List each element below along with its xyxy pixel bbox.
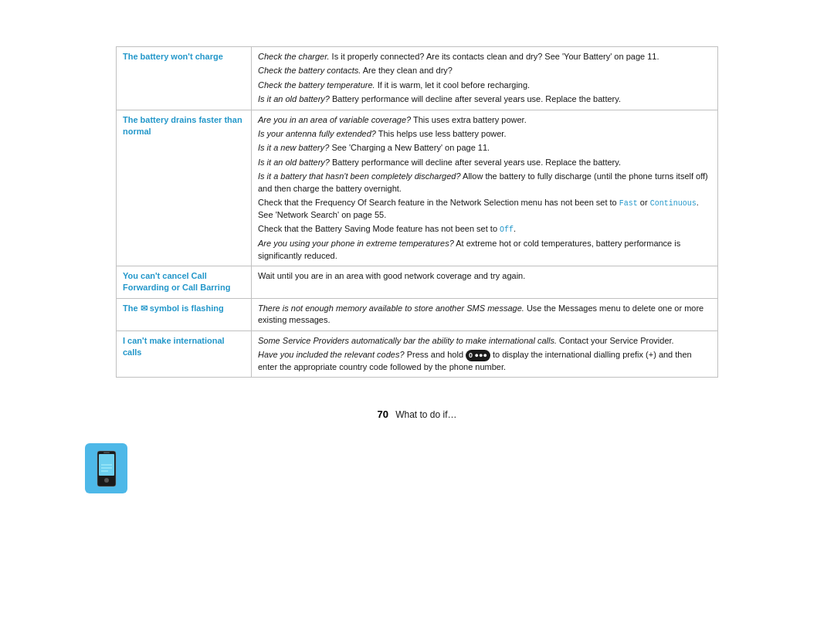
footer-area: 70 What to do if… <box>116 408 718 420</box>
code-continuous: Continuous <box>650 199 697 208</box>
solution-line: Have you included the relevant codes? Pr… <box>258 349 711 373</box>
table-row: The battery drains faster than normal Ar… <box>117 110 718 266</box>
table-row: You can't cancel Call Forwarding or Call… <box>117 266 718 299</box>
phone-icon-box <box>85 443 127 493</box>
problem-label: I can't make international calls <box>123 336 225 357</box>
solution-cell: Wait until you are in an area with good … <box>252 266 718 299</box>
solution-line: Are you in an area of variable coverage?… <box>258 114 711 126</box>
solution-cell: There is not enough memory available to … <box>252 298 718 330</box>
svg-rect-3 <box>103 452 110 453</box>
problem-label: The battery drains faster than normal <box>123 115 242 136</box>
key-button: 0 ●●● <box>466 350 490 361</box>
problem-cell: The battery won't charge <box>117 47 252 110</box>
solution-line: Is it a battery that hasn't been complet… <box>258 171 711 195</box>
problem-label: The ✉ symbol is flashing <box>123 303 224 313</box>
solution-line: Check the charger. Is it properly connec… <box>258 51 711 63</box>
solution-line: Is it an old battery? Battery performanc… <box>258 93 711 105</box>
troubleshoot-table: The battery won't charge Check the charg… <box>116 46 718 378</box>
solution-cell: Check the charger. Is it properly connec… <box>252 47 718 110</box>
footer-text: What to do if… <box>395 409 456 420</box>
code-fast: Fast <box>619 199 638 208</box>
solution-line: Are you using your phone in extreme temp… <box>258 238 711 262</box>
table-row: The battery won't charge Check the charg… <box>117 47 718 110</box>
problem-cell: The battery drains faster than normal <box>117 110 252 266</box>
solution-line: Is it a new battery? See 'Charging a New… <box>258 142 711 154</box>
solution-cell: Some Service Providers automatically bar… <box>252 330 718 377</box>
svg-point-2 <box>104 478 109 483</box>
page-container: The battery won't charge Check the charg… <box>0 0 834 644</box>
solution-cell: Are you in an area of variable coverage?… <box>252 110 718 266</box>
solution-line: Is it an old battery? Battery performanc… <box>258 157 711 168</box>
solution-line: Check that the Frequency Of Search featu… <box>258 197 711 221</box>
main-content: The battery won't charge Check the charg… <box>116 46 718 401</box>
page-number: 70 <box>377 408 388 420</box>
phone-icon <box>94 449 119 488</box>
problem-cell: I can't make international calls <box>117 330 252 377</box>
code-off: Off <box>500 225 514 234</box>
solution-line: Is your antenna fully extended? This hel… <box>258 128 711 140</box>
solution-line: Some Service Providers automatically bar… <box>258 335 711 347</box>
table-row: The ✉ symbol is flashing There is not en… <box>117 298 718 330</box>
table-row: I can't make international calls Some Se… <box>117 330 718 377</box>
solution-line: There is not enough memory available to … <box>258 303 711 327</box>
problem-cell: The ✉ symbol is flashing <box>117 298 252 330</box>
solution-line: Check the battery contacts. Are they cle… <box>258 65 711 76</box>
problem-label: You can't cancel Call Forwarding or Call… <box>123 271 230 292</box>
solution-line: Wait until you are in an area with good … <box>258 270 711 282</box>
problem-label: The battery won't charge <box>123 52 223 61</box>
solution-line: Check the battery temperature. If it is … <box>258 80 711 91</box>
solution-line: Check that the Battery Saving Mode featu… <box>258 223 711 236</box>
problem-cell: You can't cancel Call Forwarding or Call… <box>117 266 252 299</box>
